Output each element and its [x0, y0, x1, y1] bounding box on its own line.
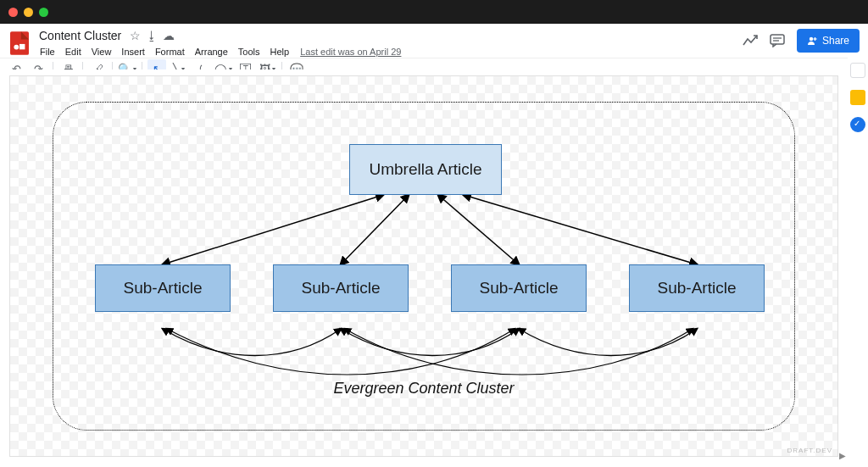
side-panel — [848, 58, 868, 460]
star-icon[interactable]: ☆ — [130, 30, 141, 42]
tasks-addon-icon[interactable] — [850, 117, 865, 132]
document-title[interactable]: Content Cluster — [36, 28, 125, 43]
menu-tools[interactable]: Tools — [234, 45, 264, 58]
umbrella-article-label: Umbrella Article — [369, 160, 481, 179]
app-header: Content Cluster ☆ ⭳ ☁ File Edit View Ins… — [0, 24, 868, 58]
diagram-caption[interactable]: Evergreen Content Cluster — [333, 380, 514, 398]
menu-file[interactable]: File — [36, 45, 59, 58]
sub-article-node-1[interactable]: Sub-Article — [95, 264, 231, 312]
calendar-addon-icon[interactable] — [850, 63, 865, 78]
drawing-page[interactable]: Umbrella Article Sub-Article Sub-Article… — [10, 76, 837, 456]
window-maximize-button[interactable] — [39, 8, 48, 17]
menu-format[interactable]: Format — [151, 45, 189, 58]
menu-insert[interactable]: Insert — [117, 45, 149, 58]
last-edit-link[interactable]: Last edit was on April 29 — [300, 47, 401, 57]
sub-article-label: Sub-Article — [480, 279, 559, 297]
sub-article-label: Sub-Article — [658, 279, 737, 297]
menu-help[interactable]: Help — [266, 45, 294, 58]
person-add-icon — [807, 36, 817, 46]
svg-point-1 — [14, 45, 19, 50]
svg-rect-0 — [10, 31, 29, 55]
drawings-app-icon[interactable] — [7, 27, 32, 59]
activity-dashboard-icon[interactable] — [743, 35, 758, 47]
window-close-button[interactable] — [8, 8, 18, 17]
share-button[interactable]: Share — [797, 29, 860, 53]
svg-point-6 — [810, 37, 813, 41]
sub-article-label: Sub-Article — [124, 279, 203, 297]
sub-article-node-3[interactable]: Sub-Article — [451, 264, 587, 312]
cloud-status-icon[interactable]: ☁ — [163, 30, 175, 42]
keep-addon-icon[interactable] — [850, 90, 865, 105]
browser-chrome — [0, 0, 868, 24]
svg-rect-3 — [771, 35, 784, 44]
scroll-right-caret[interactable]: ▶ — [839, 451, 846, 460]
menu-arrange[interactable]: Arrange — [191, 45, 232, 58]
menu-edit[interactable]: Edit — [61, 45, 86, 58]
comment-history-icon[interactable] — [770, 34, 785, 47]
sub-article-node-4[interactable]: Sub-Article — [629, 264, 765, 312]
watermark: DRAFT.DEV — [787, 447, 832, 454]
menu-view[interactable]: View — [87, 45, 116, 58]
sub-article-node-2[interactable]: Sub-Article — [273, 264, 409, 312]
svg-rect-2 — [19, 44, 25, 49]
window-minimize-button[interactable] — [24, 8, 33, 17]
canvas-area: Umbrella Article Sub-Article Sub-Article… — [0, 69, 848, 460]
sub-article-label: Sub-Article — [302, 279, 381, 297]
share-button-label: Share — [822, 35, 849, 47]
move-icon[interactable]: ⭳ — [146, 30, 158, 42]
umbrella-article-node[interactable]: Umbrella Article — [349, 144, 502, 195]
